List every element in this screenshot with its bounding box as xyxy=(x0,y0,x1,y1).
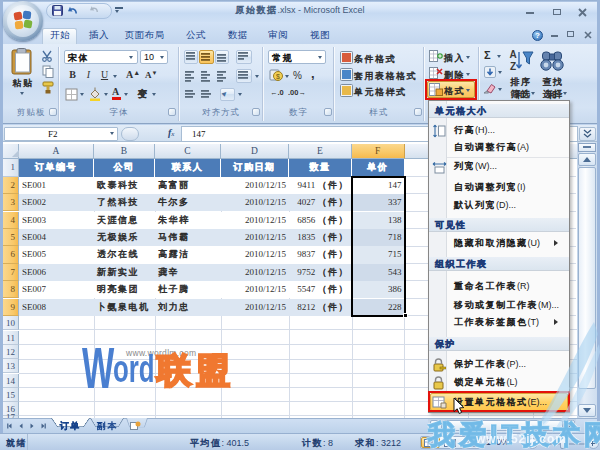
svg-text:A: A xyxy=(509,49,516,60)
svg-text:Z: Z xyxy=(510,61,516,72)
svg-text:$: $ xyxy=(276,73,280,80)
